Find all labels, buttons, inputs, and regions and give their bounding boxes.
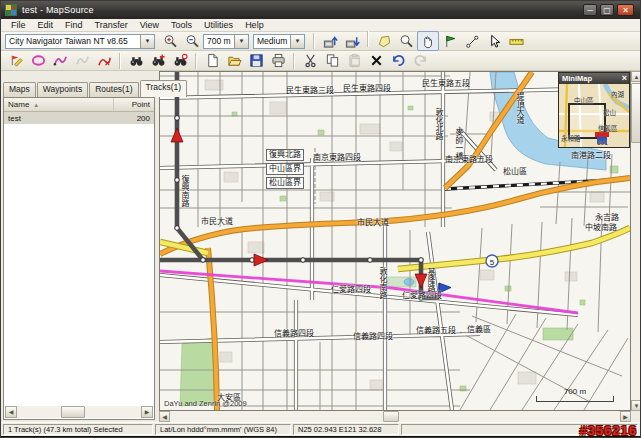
map-vscrollbar[interactable]: ▲ ▼: [631, 71, 641, 411]
menu-edit[interactable]: Edit: [32, 19, 60, 31]
toolbar-separator: [195, 53, 197, 69]
chevron-down-icon[interactable]: ▼: [234, 35, 248, 48]
find-nearest-button[interactable]: [147, 51, 169, 71]
undo-button[interactable]: [387, 51, 409, 71]
recent-finds-button[interactable]: [169, 51, 191, 71]
map-label: 仁愛路四段: [402, 291, 442, 300]
scroll-down-arrow[interactable]: ▼: [631, 400, 641, 411]
minimap-titlebar[interactable]: MiniMap ×: [559, 73, 629, 84]
open-button[interactable]: [223, 51, 245, 71]
map-detail-combobox[interactable]: Medium ▼: [253, 34, 305, 49]
menu-file[interactable]: File: [5, 19, 32, 31]
close-button[interactable]: ✕: [617, 4, 634, 16]
map-attribution: DaYu and Zenrin @2009: [164, 399, 247, 408]
map-scale-combobox[interactable]: 700 m ▼: [203, 34, 249, 49]
close-icon[interactable]: ×: [622, 73, 627, 84]
maximize-button[interactable]: ▢: [600, 4, 614, 16]
scroll-up-arrow[interactable]: ▲: [631, 71, 641, 82]
scroll-thumb[interactable]: [631, 83, 641, 143]
tab-waypoints[interactable]: Waypoints: [37, 82, 88, 97]
tab-maps[interactable]: Maps: [3, 82, 36, 97]
menu-transfer[interactable]: Transfer: [89, 19, 134, 31]
edit-waypoint-button[interactable]: [5, 51, 27, 71]
minimap-panel: MiniMap × 中山區內湖松山信義區永和路101: [558, 72, 630, 148]
sidebar-hscrollbar[interactable]: ◀ ▶: [5, 406, 153, 418]
scroll-thumb[interactable]: [383, 411, 399, 422]
toolbar-separator: [119, 53, 121, 69]
zoom-out-button[interactable]: [181, 31, 203, 51]
selection-tool-button[interactable]: [483, 31, 505, 51]
print-button[interactable]: [267, 51, 289, 71]
minimap-title: MiniMap: [562, 74, 592, 83]
map-label: 中坡南路: [585, 223, 617, 232]
map-label: 松山區: [503, 167, 527, 176]
redo-button[interactable]: [409, 51, 431, 71]
map-label: 敦化北路: [434, 108, 443, 140]
map-tool-button[interactable]: [373, 31, 395, 51]
cut-button[interactable]: [299, 51, 321, 71]
edit-toolbar: [1, 51, 640, 71]
highway-shield-number: 5: [490, 258, 495, 267]
send-to-device-button[interactable]: [319, 31, 341, 51]
map-label: 麥帥一橋: [454, 128, 463, 160]
route-tool-button[interactable]: [461, 31, 483, 51]
tab-routes[interactable]: Routes(1): [89, 82, 138, 97]
column-header-name[interactable]: Name▲: [4, 98, 114, 111]
map-scale-indicator: 700 m: [536, 387, 614, 402]
zoom-tool-button[interactable]: [395, 31, 417, 51]
save-button[interactable]: [245, 51, 267, 71]
map-product-value: City Navigator Taiwan NT v8.65: [9, 36, 128, 46]
hand-tool-button[interactable]: [417, 31, 439, 51]
zoom-in-button[interactable]: [159, 31, 181, 51]
menu-view[interactable]: View: [134, 19, 165, 31]
map-product-combobox[interactable]: City Navigator Taiwan NT v8.65 ▼: [5, 34, 155, 49]
scroll-right-arrow[interactable]: ▶: [620, 411, 631, 422]
receive-from-device-button[interactable]: [341, 31, 363, 51]
toolbar-separator: [293, 53, 295, 69]
scroll-left-arrow[interactable]: ◀: [5, 406, 17, 418]
map-label: 民生東路三段: [286, 86, 334, 95]
new-button[interactable]: [201, 51, 223, 71]
paste-button[interactable]: [343, 51, 365, 71]
map-label: 復興北路: [266, 149, 304, 161]
edit-curve-button[interactable]: [71, 51, 93, 71]
delete-button[interactable]: [365, 51, 387, 71]
menu-tools[interactable]: Tools: [165, 19, 198, 31]
map-label: 敦化南路: [378, 267, 387, 299]
map-canvas[interactable]: 5 民生東路三段民生東路四段民生東路五段敦化北路南京東路四段南京東路五段復興北路…: [159, 71, 631, 411]
edit-route-button[interactable]: [27, 51, 49, 71]
chevron-down-icon[interactable]: ▼: [140, 35, 154, 48]
find-button[interactable]: [125, 51, 147, 71]
minimap-label: 101: [597, 139, 608, 146]
scroll-left-arrow[interactable]: ◀: [159, 411, 170, 422]
minimize-button[interactable]: ─: [583, 4, 597, 16]
map-detail-value: Medium: [257, 36, 287, 46]
sort-ascending-icon: ▲: [33, 102, 39, 108]
minimap-body[interactable]: 中山區內湖松山信義區永和路101: [559, 84, 629, 147]
window-title: test - MapSource: [22, 5, 94, 15]
menu-find[interactable]: Find: [59, 19, 89, 31]
minimap-label: 松山: [603, 107, 616, 117]
menu-utilities[interactable]: Utilities: [198, 19, 239, 31]
minimap-label: 信義區: [598, 123, 618, 133]
waypoint-tool-button[interactable]: [439, 31, 461, 51]
measure-tool-button[interactable]: [505, 31, 527, 51]
map-label: 堤頂大道: [515, 92, 524, 124]
edit-trim-button[interactable]: [93, 51, 115, 71]
scroll-thumb[interactable]: [61, 406, 85, 418]
copy-button[interactable]: [321, 51, 343, 71]
menu-help[interactable]: Help: [239, 19, 270, 31]
title-bar[interactable]: test - MapSource ─ ▢ ✕: [1, 1, 640, 19]
scroll-right-arrow[interactable]: ▶: [141, 406, 153, 418]
tab-tracks[interactable]: Tracks(1): [140, 80, 188, 97]
map-label: 市民大道: [357, 218, 389, 227]
chevron-down-icon[interactable]: ▼: [290, 35, 304, 48]
table-row[interactable]: test200: [4, 112, 154, 124]
map-label: 永吉路: [595, 213, 619, 222]
column-header-point[interactable]: Point: [114, 98, 154, 111]
data-tabs: MapsWaypointsRoutes(1)Tracks(1): [3, 82, 188, 97]
edit-track-button[interactable]: [49, 51, 71, 71]
status-bar: 1 Track(s) (47.3 km total) SelectedLat/L…: [1, 422, 640, 436]
map-scale-value: 700 m: [207, 36, 231, 46]
map-hscrollbar[interactable]: ◀ ▶: [159, 411, 631, 422]
